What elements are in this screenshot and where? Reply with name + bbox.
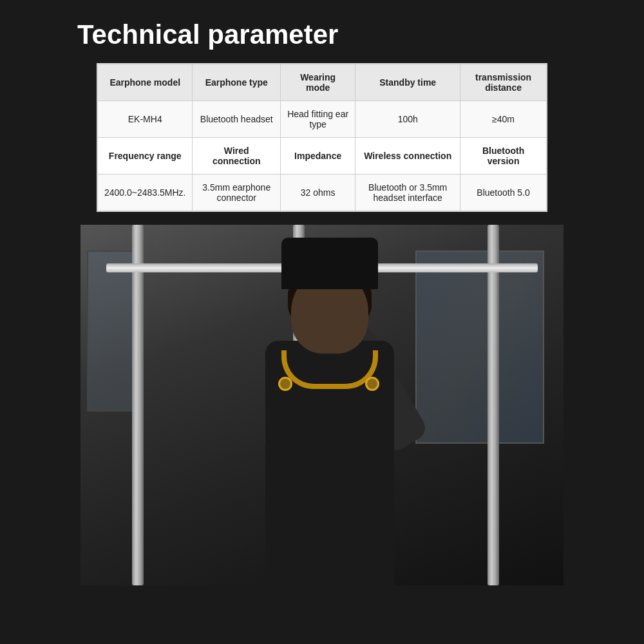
col-header-standby: Standby time — [355, 64, 460, 101]
spec-table: Earphone model Earphone type Wearing mod… — [97, 64, 547, 211]
spec-table-container: Earphone model Earphone type Wearing mod… — [97, 63, 547, 212]
window-left — [87, 251, 138, 412]
table-data-row-2: 2400.0~2483.5MHz. 3.5mm earphone connect… — [98, 175, 547, 211]
cell-wearing: Head fitting ear type — [281, 101, 355, 138]
col-header-bt-version: Bluetooth version — [460, 138, 547, 175]
col-header-wearing: Wearing mode — [281, 64, 355, 101]
product-photo — [80, 225, 564, 585]
col-header-model: Earphone model — [98, 64, 193, 101]
cell-freq: 2400.0~2483.5MHz. — [98, 175, 193, 211]
cell-bt-version: Bluetooth 5.0 — [460, 175, 547, 211]
table-data-row-1: EK-MH4 Bluetooth headset Head fitting ea… — [98, 101, 547, 138]
col-header-transmission: transmission distance — [460, 64, 547, 101]
headphone-cup-right — [365, 377, 379, 391]
col-header-wired: Wired connection — [193, 138, 281, 175]
table-header-row-2: Frequency range Wired connection Impedan… — [98, 138, 547, 175]
cell-standby: 100h — [355, 101, 460, 138]
col-header-impedance: Impedance — [281, 138, 355, 175]
pole-left — [132, 225, 144, 585]
cell-distance: ≥40m — [460, 101, 547, 138]
headphones-neck — [281, 350, 378, 389]
cell-model: EK-MH4 — [98, 101, 193, 138]
page-title: Technical parameter — [77, 19, 338, 50]
col-header-freq: Frequency range — [98, 138, 193, 175]
cell-type: Bluetooth headset — [193, 101, 281, 138]
page-wrapper: Technical parameter Earphone model Earph… — [0, 0, 644, 644]
cell-wired: 3.5mm earphone connector — [193, 175, 281, 211]
cell-wireless: Bluetooth or 3.5mm headset interface — [355, 175, 460, 211]
person-figure — [240, 251, 446, 585]
pole-right — [488, 225, 499, 585]
col-header-type: Earphone type — [193, 64, 281, 101]
headphone-cup-left — [278, 377, 292, 391]
table-header-row-1: Earphone model Earphone type Wearing mod… — [98, 64, 547, 101]
scene-background — [80, 225, 564, 585]
cell-impedance: 32 ohms — [281, 175, 355, 211]
person-hat — [281, 238, 378, 289]
col-header-wireless: Wireless connection — [355, 138, 460, 175]
